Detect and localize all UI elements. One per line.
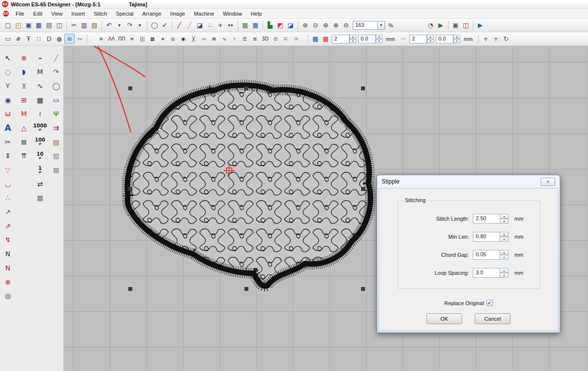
menu-file[interactable]: File	[11, 10, 29, 18]
spin-down-icon[interactable]: ▼	[500, 273, 508, 278]
save-icon[interactable]: ▣	[23, 20, 34, 30]
design-d-icon[interactable]: D	[44, 34, 54, 44]
overview-icon[interactable]: ▙	[265, 20, 275, 30]
redo-dropdown-icon[interactable]: ▾	[135, 20, 145, 30]
length-mm-spinner[interactable]: ▲▼	[453, 35, 460, 43]
field-spinner[interactable]: ▲ ▼	[500, 268, 508, 278]
fill-lines-icon[interactable]: |||	[137, 34, 147, 44]
menu-window[interactable]: Window	[219, 10, 246, 18]
spacing-mm-spinner[interactable]: ▲▼	[376, 35, 383, 43]
run-tool[interactable]: ↗	[1, 206, 15, 218]
menu-app-icon[interactable]: ES	[3, 11, 9, 17]
zoom-previous-icon[interactable]: ⊚	[300, 20, 310, 30]
cut-icon[interactable]: ✂	[69, 20, 79, 30]
e-stitch-icon[interactable]: ΠΠ	[117, 34, 127, 44]
zoom-1-button[interactable]: 1	[33, 164, 47, 176]
applique-icon[interactable]: ▱	[199, 34, 209, 44]
density-icon[interactable]: ∷	[34, 34, 44, 44]
ruler-icon[interactable]: ▦	[250, 20, 261, 30]
zoom-out-icon[interactable]: ⊖	[341, 20, 351, 30]
menu-help[interactable]: Help	[246, 10, 266, 18]
stitch-view-red-icon[interactable]: ╱	[174, 20, 184, 30]
cross-stitch-icon[interactable]: ╳	[188, 34, 199, 44]
check-design-icon[interactable]: ✓	[160, 20, 170, 30]
length-count-spinner[interactable]: ▲▼	[427, 35, 434, 43]
spin-up-icon[interactable]: ▲	[500, 232, 508, 237]
measure-icon[interactable]: ↔	[225, 20, 236, 30]
double-up-tool[interactable]: ⇈	[17, 150, 31, 162]
spin-down-icon[interactable]: ▼	[500, 237, 508, 242]
zoom-dropdown-icon[interactable]: ▼	[377, 21, 385, 30]
length-count-input[interactable]: 2	[409, 35, 427, 43]
menu-image[interactable]: Image	[166, 10, 190, 18]
zoom-1000-button[interactable]: 1000	[33, 122, 47, 134]
menu-edit[interactable]: Edit	[29, 10, 47, 18]
wave-outline-tool[interactable]: ∿	[33, 80, 47, 92]
selection-handle[interactable]	[244, 287, 248, 291]
selection-handle[interactable]	[361, 187, 365, 191]
parallel-run-tool[interactable]: ⇉	[49, 122, 63, 134]
curve-tool[interactable]: ↷	[49, 66, 63, 78]
grid-icon[interactable]: ▦	[240, 20, 250, 30]
spin-up-icon[interactable]: ▲	[500, 250, 508, 255]
reshape-tool[interactable]: Y	[1, 80, 15, 92]
select-tool[interactable]: ↖	[1, 52, 15, 64]
lettering-tool[interactable]: A	[1, 122, 15, 134]
grid-fill-tool[interactable]: ⊞	[17, 94, 31, 106]
spacing-mm-field[interactable]: 0.0 ▲▼	[358, 35, 383, 43]
print-icon[interactable]: ▤	[44, 20, 54, 30]
zoom-box-icon[interactable]: ⊛	[321, 20, 331, 30]
stipple-dialog[interactable]: Stipple × Stitching Stitch Length: 2.50 …	[377, 175, 560, 333]
half-fill-tool[interactable]: ◗	[17, 66, 31, 78]
wreath-tool[interactable]: ≀	[33, 108, 47, 120]
stitch-view-plain-icon[interactable]: ╱	[184, 20, 195, 30]
connectors-icon[interactable]: +	[215, 20, 225, 30]
arc-tool[interactable]: ◡	[1, 178, 15, 190]
zoom-combo[interactable]: 163 ▼	[353, 21, 385, 30]
undo-dropdown-icon[interactable]: ▾	[114, 20, 124, 30]
hoop-layout-icon[interactable]: ▭	[3, 34, 13, 44]
spin-up-icon[interactable]: ▲	[376, 35, 383, 39]
spacing-count-input[interactable]: 2	[332, 35, 349, 43]
run-stitch-icon[interactable]: ≀	[229, 34, 240, 44]
selection-handle[interactable]	[128, 187, 132, 191]
rectangle-tool[interactable]: ▭	[49, 94, 63, 106]
replace-original-checkbox[interactable]: ✔	[487, 300, 493, 306]
hoop-icon[interactable]: ◯	[149, 20, 160, 30]
contour-fill-icon[interactable]: ◎	[168, 34, 178, 44]
triple-run-tool[interactable]: ⇗	[1, 220, 15, 232]
dialog-title-bar[interactable]: Stipple ×	[377, 175, 560, 188]
pattern-fill-icon[interactable]: ▦	[147, 34, 158, 44]
wave-tool[interactable]: ω	[1, 108, 15, 120]
selection-handle[interactable]	[361, 86, 365, 90]
field-spinner[interactable]: ▲ ▼	[500, 250, 508, 260]
measure-tool[interactable]: ⇕	[1, 150, 15, 162]
m-outline-tool[interactable]: Μ	[33, 66, 47, 78]
dialog-close-button[interactable]: ×	[541, 178, 555, 186]
open-icon[interactable]: ◰	[13, 20, 23, 30]
stipple-fill-icon[interactable]: ≋	[64, 34, 75, 44]
bead-left-icon[interactable]: ⊂	[281, 34, 291, 44]
spin-up-icon[interactable]: ▲	[500, 214, 508, 219]
machine-icon[interactable]: ◫	[461, 20, 471, 30]
selection-handle[interactable]	[244, 86, 248, 90]
zoom-value-input[interactable]: 163	[353, 21, 377, 30]
spin-up-icon[interactable]: ▲	[500, 268, 508, 273]
flower-fill-tool[interactable]: ⊛	[17, 52, 31, 64]
stitch-player-icon[interactable]: ▶	[436, 20, 446, 30]
menu-machine[interactable]: Machine	[189, 10, 219, 18]
cancel-button[interactable]: Cancel	[475, 313, 510, 324]
jump-tool[interactable]: ↯	[1, 234, 15, 246]
center-design-icon[interactable]: +	[491, 34, 501, 44]
stem-stitch-icon[interactable]: ∿	[219, 34, 229, 44]
copy-icon[interactable]: ▥	[79, 20, 89, 30]
sequin-icon[interactable]: ⊙	[270, 34, 281, 44]
buttonhole-icon[interactable]: ⋒	[209, 34, 219, 44]
menu-view[interactable]: View	[47, 10, 67, 18]
triple-run-icon[interactable]: ☰	[240, 34, 250, 44]
length-mm-input[interactable]: 0.0	[436, 35, 453, 43]
length-mm-field[interactable]: 0.0 ▲▼	[436, 35, 460, 43]
flag-tool[interactable]: ▤	[49, 136, 63, 148]
zoom-10-button[interactable]: 10	[33, 150, 47, 162]
ellipse-tool[interactable]: ◯	[49, 80, 63, 92]
